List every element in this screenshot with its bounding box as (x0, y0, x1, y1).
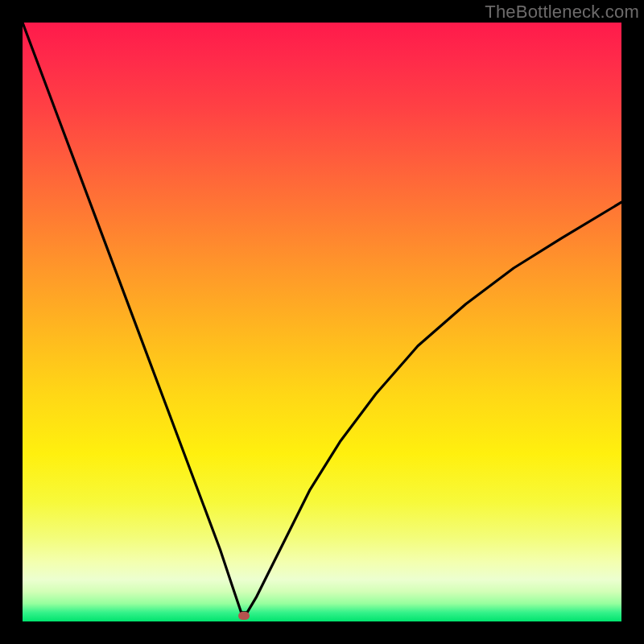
minimum-marker (238, 612, 250, 620)
chart-frame: TheBottleneck.com (0, 0, 644, 644)
bottleneck-curve (23, 23, 621, 621)
plot-area (23, 23, 621, 621)
watermark-text: TheBottleneck.com (485, 2, 639, 23)
